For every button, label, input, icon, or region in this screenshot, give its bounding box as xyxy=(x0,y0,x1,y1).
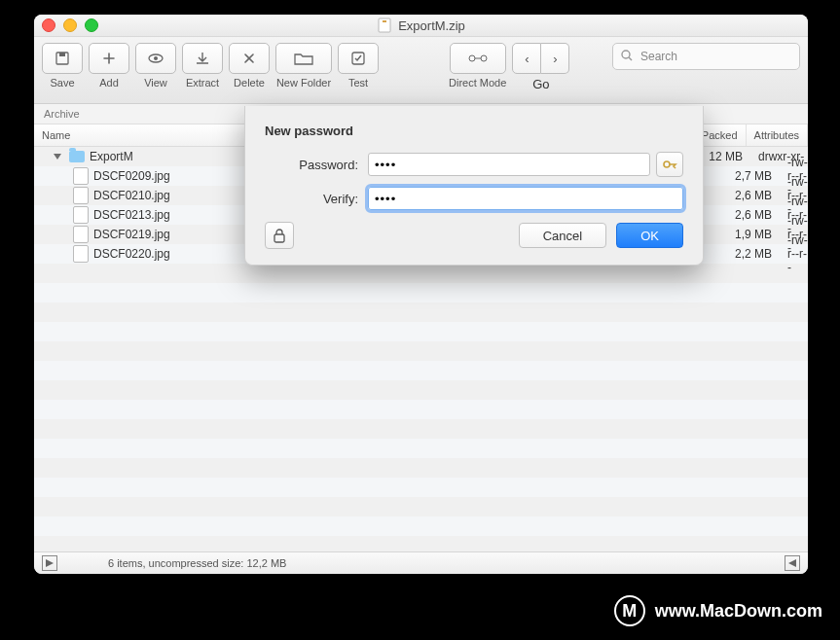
table-row xyxy=(34,361,808,380)
ok-button[interactable]: OK xyxy=(616,223,683,248)
disclosure-triangle-icon[interactable] xyxy=(54,154,61,160)
delete-button[interactable]: Delete xyxy=(229,43,270,89)
svg-point-10 xyxy=(664,161,670,167)
file-icon xyxy=(73,206,89,224)
go-back-button[interactable]: ‹ xyxy=(512,43,541,74)
table-row xyxy=(34,400,808,419)
titlebar: ExportM.zip xyxy=(34,15,808,37)
password-input[interactable] xyxy=(368,153,650,176)
row-name: DSCF0210.jpg xyxy=(93,189,170,202)
col-attr[interactable]: Attributes xyxy=(747,124,808,146)
expand-toggle-icon[interactable] xyxy=(785,555,800,571)
table-row xyxy=(34,419,808,439)
key-icon xyxy=(662,158,677,171)
table-row xyxy=(34,264,808,283)
svg-point-7 xyxy=(469,55,475,61)
row-name: DSCF0213.jpg xyxy=(93,208,170,222)
lock-button[interactable] xyxy=(265,222,294,249)
watermark-logo-icon: M xyxy=(614,595,645,626)
verify-input[interactable] xyxy=(368,187,683,210)
row-name: DSCF0209.jpg xyxy=(93,169,170,183)
test-button[interactable]: Test xyxy=(338,43,379,89)
table-row xyxy=(34,478,808,497)
folder-icon xyxy=(69,151,85,162)
save-button[interactable]: Save xyxy=(42,43,83,89)
password-label: Password: xyxy=(265,158,368,172)
go-forward-button[interactable]: › xyxy=(541,43,569,74)
table-row xyxy=(34,302,808,322)
app-window: ExportM.zip Save Add View Extract xyxy=(34,15,808,574)
svg-rect-1 xyxy=(383,20,386,22)
file-icon xyxy=(73,226,89,243)
search-input[interactable]: Search xyxy=(612,43,800,70)
svg-point-5 xyxy=(154,56,158,60)
direct-mode-button[interactable]: Direct Mode xyxy=(449,43,506,89)
view-button[interactable]: View xyxy=(135,43,176,89)
file-icon xyxy=(73,167,89,185)
file-icon xyxy=(73,187,89,204)
status-bar: 6 items, uncompressed size: 12,2 MB xyxy=(34,551,808,574)
go-nav: ‹ › Go xyxy=(512,43,569,91)
new-folder-button[interactable]: New Folder xyxy=(275,43,332,89)
lock-icon xyxy=(273,228,286,243)
status-text: 6 items, uncompressed size: 12,2 MB xyxy=(108,557,286,569)
row-name: DSCF0219.jpg xyxy=(93,228,170,241)
table-row xyxy=(34,439,808,458)
toolbar: Save Add View Extract Delete New Folder xyxy=(34,37,808,104)
window-title: ExportM.zip xyxy=(34,18,808,33)
watermark: M www.MacDown.com xyxy=(614,595,822,626)
file-icon xyxy=(73,245,89,263)
table-row xyxy=(34,380,808,400)
row-name: ExportM xyxy=(90,150,133,163)
table-row xyxy=(34,322,808,341)
table-row xyxy=(34,497,808,516)
password-dialog: New password Password: Verify: Cancel OK xyxy=(244,106,704,266)
dialog-title: New password xyxy=(265,124,683,138)
add-button[interactable]: Add xyxy=(89,43,129,89)
svg-rect-3 xyxy=(59,53,65,56)
extract-button[interactable]: Extract xyxy=(182,43,223,89)
password-reveal-button[interactable] xyxy=(656,152,683,177)
svg-point-9 xyxy=(622,51,630,58)
svg-point-8 xyxy=(481,55,487,61)
table-row xyxy=(34,516,808,536)
table-row xyxy=(34,341,808,361)
row-name: DSCF0220.jpg xyxy=(93,247,170,261)
archive-file-icon xyxy=(377,18,392,33)
layout-toggle-icon[interactable] xyxy=(42,555,57,571)
table-row xyxy=(34,458,808,478)
verify-label: Verify: xyxy=(265,192,368,206)
search-icon xyxy=(620,49,634,62)
svg-rect-11 xyxy=(274,234,284,242)
window-title-text: ExportM.zip xyxy=(398,18,465,33)
cancel-button[interactable]: Cancel xyxy=(519,223,606,248)
table-row xyxy=(34,283,808,302)
